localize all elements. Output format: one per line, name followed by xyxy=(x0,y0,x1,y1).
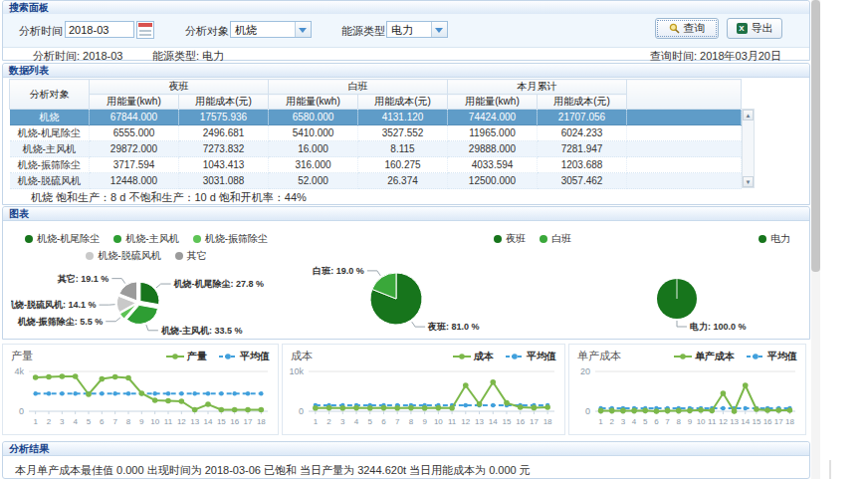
page-scrollbar-thumb[interactable] xyxy=(811,0,820,272)
legend-line-icon xyxy=(747,353,764,360)
column-group-header[interactable]: 本月累计 xyxy=(448,80,627,95)
svg-text:2: 2 xyxy=(610,417,615,426)
svg-text:12: 12 xyxy=(461,417,470,426)
legend-item[interactable]: 白班 xyxy=(540,232,571,246)
legend-item[interactable]: 机烧-主风机 xyxy=(113,232,178,246)
legend-item[interactable]: 夜班 xyxy=(494,232,526,246)
table-row[interactable]: 机烧-脱硫风机12448.0003031.08852.00026.3741250… xyxy=(10,173,742,189)
legend-item[interactable]: 电力 xyxy=(759,232,790,246)
energy-type-select[interactable]: 电力 xyxy=(386,21,448,38)
svg-text:5: 5 xyxy=(368,417,373,426)
analysis-time-input[interactable] xyxy=(65,21,134,38)
app-screen: 搜索面板 分析时间 分析对象 机烧 能源类型 电力 xyxy=(0,0,868,479)
analysis-time-label: 分析时间 xyxy=(19,24,63,39)
column-subheader[interactable]: 用能成本(元) xyxy=(538,95,627,110)
svg-text:7: 7 xyxy=(665,417,670,426)
legend-dot-icon xyxy=(25,235,33,243)
svg-text:14: 14 xyxy=(489,417,498,426)
svg-text:机烧-振筛除尘: 5.5 %: 机烧-振筛除尘: 5.5 % xyxy=(17,317,104,327)
pie-svg: 电力: 100.0 % xyxy=(590,251,804,337)
data-table: 分析对象夜班白班本月累计用能量(kwh)用能成本(元)用能量(kwh)用能成本(… xyxy=(9,79,742,189)
column-group-header[interactable]: 夜班 xyxy=(90,80,269,95)
svg-text:3: 3 xyxy=(340,417,345,426)
export-button[interactable]: X 导出 xyxy=(727,18,782,39)
svg-text:8: 8 xyxy=(677,417,682,426)
scroll-down-icon[interactable]: ▼ xyxy=(743,176,754,187)
legend-item[interactable]: 平均值 xyxy=(506,350,556,363)
chevron-down-icon[interactable] xyxy=(295,22,311,37)
summary-energy-type: 能源类型: 电力 xyxy=(152,49,224,64)
legend-item[interactable]: 机烧-机尾除尘 xyxy=(25,232,100,246)
search-panel-title: 搜索面板 xyxy=(3,1,809,15)
svg-text:4k: 4k xyxy=(14,366,24,376)
column-subheader[interactable]: 用能成本(元) xyxy=(179,95,269,110)
legend-item[interactable]: 单产成本 xyxy=(674,350,735,363)
svg-text:机烧-脱硫风机: 14.1 %: 机烧-脱硫风机: 14.1 % xyxy=(11,300,97,310)
table-scrollbar[interactable]: ▲ ▼ xyxy=(742,109,755,188)
svg-text:8: 8 xyxy=(126,417,131,426)
svg-text:机烧-机尾除尘: 27.8 %: 机烧-机尾除尘: 27.8 % xyxy=(173,279,265,289)
analysis-object-select[interactable]: 机烧 xyxy=(230,21,312,38)
column-subheader[interactable]: 用能量(kwh) xyxy=(90,95,179,110)
svg-text:11: 11 xyxy=(708,417,717,426)
scroll-up-icon[interactable]: ▲ xyxy=(743,110,754,120)
svg-text:其它: 19.1 %: 其它: 19.1 % xyxy=(57,273,109,284)
svg-text:17: 17 xyxy=(244,417,253,426)
svg-text:13: 13 xyxy=(475,417,484,426)
svg-text:16: 16 xyxy=(763,417,772,426)
svg-text:20: 20 xyxy=(580,366,590,376)
svg-text:机烧-主风机: 33.5 %: 机烧-主风机: 33.5 % xyxy=(160,326,243,336)
svg-text:12: 12 xyxy=(177,417,186,426)
search-icon xyxy=(669,23,680,34)
search-panel: 搜索面板 分析时间 分析对象 机烧 能源类型 电力 xyxy=(2,0,810,61)
column-subheader[interactable]: 用能成本(元) xyxy=(358,95,448,110)
energy-type-label: 能源类型 xyxy=(341,24,385,39)
svg-text:7: 7 xyxy=(395,417,400,426)
legend-item[interactable]: 平均值 xyxy=(747,350,797,363)
legend-item[interactable]: 成本 xyxy=(453,350,494,363)
analysis-result-title: 分析结果 xyxy=(3,442,809,456)
line-chart-svg: 200123456789101112131415161718 xyxy=(569,363,803,433)
calendar-icon[interactable] xyxy=(136,21,154,39)
svg-text:11: 11 xyxy=(164,417,173,426)
svg-text:10: 10 xyxy=(150,417,159,426)
svg-text:17: 17 xyxy=(530,417,539,426)
column-group-header[interactable]: 白班 xyxy=(269,80,448,95)
line-chart-production: 产量 产量 平均值4k0123456789101112131415161718 xyxy=(2,344,279,435)
charts-panel: 图表 机烧-机尾除尘机烧-主风机机烧-振筛除尘机烧-脱硫风机其它机烧-机尾除尘:… xyxy=(2,206,810,340)
svg-text:5: 5 xyxy=(87,417,92,426)
svg-text:6: 6 xyxy=(381,417,386,426)
legend-item[interactable]: 机烧-振筛除尘 xyxy=(193,232,268,246)
column-subheader[interactable]: 用能量(kwh) xyxy=(269,95,358,110)
line-chart-title: 产量 xyxy=(11,349,33,363)
svg-text:7: 7 xyxy=(112,417,117,426)
svg-text:14: 14 xyxy=(204,417,213,426)
line-chart-title: 单产成本 xyxy=(577,349,621,363)
svg-text:15: 15 xyxy=(503,417,512,426)
svg-text:15: 15 xyxy=(752,417,760,426)
search-form: 分析时间 分析对象 机烧 能源类型 电力 查询 xyxy=(3,14,809,48)
pie-chart-shifts: 夜班白班夜班: 81.0 %白班: 19.0 % xyxy=(287,223,585,337)
svg-text:10: 10 xyxy=(434,417,443,426)
pie-svg: 夜班: 81.0 %白班: 19.0 % xyxy=(287,251,585,337)
svg-text:1: 1 xyxy=(598,417,603,426)
svg-text:0: 0 xyxy=(19,406,24,416)
legend-item[interactable]: 平均值 xyxy=(219,350,270,363)
table-row[interactable]: 机烧-主风机29872.0007273.83216.0008.11529888.… xyxy=(10,141,742,157)
legend-line-icon xyxy=(506,353,524,360)
data-list-panel: 数据列表 分析对象夜班白班本月累计用能量(kwh)用能成本(元)用能量(kwh)… xyxy=(2,63,810,205)
pie-legend: 电力 xyxy=(590,232,804,246)
column-subheader[interactable]: 用能量(kwh) xyxy=(448,95,538,110)
table-row[interactable]: 机烧-机尾除尘6555.0002496.6815410.0003527.5521… xyxy=(10,125,742,141)
table-row[interactable]: 机烧67844.00017575.9366580.0004131.1207442… xyxy=(10,110,742,125)
table-row[interactable]: 机烧-振筛除尘3717.5941043.413316.000160.275403… xyxy=(10,157,742,173)
column-header-object[interactable]: 分析对象 xyxy=(10,80,90,110)
svg-text:8: 8 xyxy=(409,417,414,426)
chevron-down-icon[interactable] xyxy=(431,22,447,37)
charts-panel-title: 图表 xyxy=(3,207,809,221)
legend-dot-icon xyxy=(193,235,201,243)
svg-text:9: 9 xyxy=(688,417,693,426)
line-chart-svg: 10k0123456789101112131415161718 xyxy=(283,363,562,433)
query-button[interactable]: 查询 xyxy=(655,18,719,39)
legend-item[interactable]: 产量 xyxy=(166,350,207,363)
